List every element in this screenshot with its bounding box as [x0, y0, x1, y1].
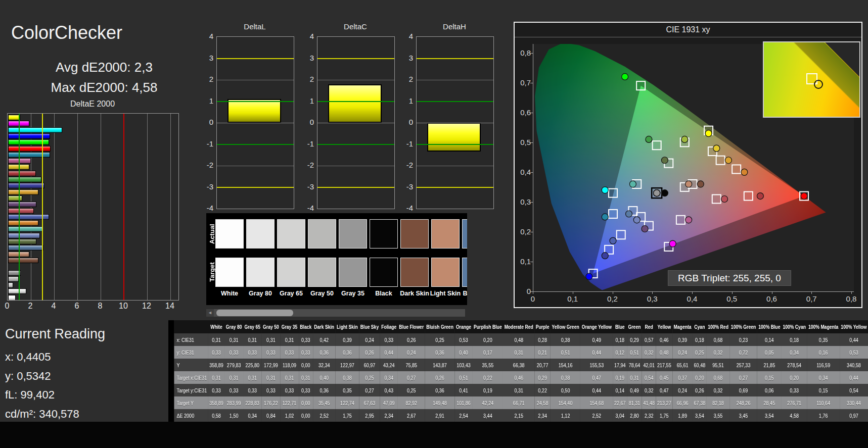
axis-tick-label: -1	[400, 139, 413, 148]
table-cell: 2,80	[627, 409, 642, 422]
table-cell: 0,38	[551, 371, 580, 384]
swatch-scrollbar[interactable]: ◄	[206, 309, 465, 317]
table-cell: 0,45	[656, 371, 673, 384]
axis-tick-label: -4	[301, 204, 314, 212]
avg-de2000: Avg dE2000: 2,3	[28, 60, 180, 75]
table-cell: 0,25	[425, 333, 455, 346]
table-cell: 0,39	[336, 333, 359, 346]
table-cell: 0,31	[243, 371, 262, 384]
deltaE-2000-chart: DeltaE 2000	[7, 99, 178, 317]
cie-measured-point	[610, 237, 616, 244]
table-cell: 154,40	[551, 396, 580, 409]
column-header: Orange	[454, 320, 472, 333]
deltaL-chart: DeltaL 43210-1-2-3-4	[199, 22, 293, 220]
table-cell: 0,31	[208, 371, 225, 384]
table-cell: 47,09	[380, 396, 398, 409]
gridline	[417, 187, 493, 188]
table-cell: 82,92	[398, 396, 425, 409]
deltaE-bar-orange-yellow	[8, 189, 38, 195]
swatch-actual-white	[215, 219, 244, 248]
deltaE-bar-purple	[8, 202, 36, 207]
row-label: Target x:CIE31	[174, 371, 208, 384]
tick-mark	[530, 232, 533, 232]
deltaE-chart-plot	[7, 113, 179, 301]
column-header: Green	[627, 320, 642, 333]
table-cell: 0,25	[398, 384, 425, 396]
table-cell: 0,68	[707, 333, 730, 346]
table-cell: 42,24	[473, 396, 504, 409]
tick-mark	[533, 291, 533, 294]
reading-cdm2: cd/m²: 340,578	[5, 408, 79, 421]
table-cell: 0,97	[840, 409, 868, 422]
gridline	[317, 58, 394, 59]
column-header: Gray 80	[224, 320, 243, 333]
scrollbar-thumb[interactable]	[216, 310, 293, 316]
axis-tick-label: 0,8	[843, 294, 859, 303]
table-row: x: CIE310,310,310,310,310,310,330,420,39…	[168, 333, 868, 346]
gridline	[317, 80, 394, 80]
table-cell: 103,43	[454, 359, 472, 371]
table-cell: 0,35	[336, 384, 359, 396]
swatch-actual-black	[370, 219, 398, 248]
table-cell: 35,45	[313, 396, 336, 409]
table-cell: 0,15	[807, 384, 839, 396]
table-cell: 0,32	[707, 346, 730, 359]
swatch-label: White	[214, 290, 245, 297]
tick-mark	[573, 291, 573, 294]
deltaH-plot	[416, 36, 494, 209]
table-cell: 0,33	[299, 384, 313, 396]
gridline	[417, 144, 493, 145]
table-cell: 0,33	[208, 346, 225, 359]
table-cell: 0,32	[707, 384, 730, 396]
row-label: ΔE 2000	[174, 409, 208, 422]
axis-tick-label: 8	[93, 302, 107, 311]
table-cell: 0,36	[425, 346, 455, 359]
deltaE-bar-blue	[8, 183, 44, 188]
cie-measured-point	[686, 217, 692, 223]
table-row: Target x:CIE310,310,310,310,310,310,310,…	[168, 371, 868, 384]
column-header: Black	[299, 320, 313, 333]
reading-fl: fL: 99,402	[5, 388, 55, 402]
gridline	[217, 166, 294, 166]
page-title: ColorChecker	[11, 22, 122, 43]
tick-mark	[530, 202, 533, 203]
column-header: Foliage	[380, 320, 398, 333]
swatch-label: Light Skin	[430, 290, 461, 297]
deltaE-bar-bluish-green	[8, 226, 43, 232]
table-cell: 172,99	[262, 359, 281, 371]
row-label: Y	[174, 359, 208, 371]
table-cell: 0,31	[503, 346, 534, 359]
cie-measured-point	[602, 187, 608, 193]
axis-tick-label: 0	[200, 118, 213, 126]
swatch-target-dark-skin	[400, 258, 429, 287]
cie-measured-point	[801, 193, 807, 200]
tick-mark	[530, 262, 533, 262]
swatch-label: Black	[368, 290, 399, 297]
table-cell: 35,55	[473, 359, 504, 371]
row-strip	[168, 359, 174, 371]
axis-tick-label: 4	[200, 32, 213, 40]
table-cell: 176,22	[262, 396, 281, 409]
axis-tick-label: 0,5	[724, 294, 740, 303]
table-row: Target Y358,89283,99228,83176,22122,710,…	[168, 396, 868, 409]
table-cell: 0,68	[707, 371, 730, 384]
axis-tick-label: 0,3	[644, 294, 660, 303]
table-cell: 0,33	[299, 333, 313, 346]
table-cell: 257,33	[729, 359, 757, 371]
table-cell: 279,83	[224, 359, 243, 371]
scroll-left-arrow-icon[interactable]: ◄	[206, 309, 214, 317]
deltaE-chart-title: DeltaE 2000	[7, 99, 178, 109]
table-cell: 0,53	[454, 333, 472, 346]
table-cell: 276,71	[782, 396, 807, 409]
table-row: ΔE 20000,581,500,340,841,020,002,521,752…	[168, 409, 868, 422]
swatch-actual-dark-skin	[400, 219, 429, 248]
rgb-triplet-readout: RGB Triplet: 255, 255, 0	[668, 270, 791, 286]
table-cell: 0,31	[503, 384, 534, 396]
axis-tick-label: 0	[525, 294, 541, 303]
table-cell: 0,31	[224, 333, 243, 346]
table-cell: 0,44	[380, 346, 398, 359]
table-cell: 66,71	[503, 396, 534, 409]
table-cell: 3,54	[693, 409, 707, 422]
table-cell: 358,89	[208, 396, 225, 409]
swatch-label: Gray 50	[306, 290, 338, 297]
